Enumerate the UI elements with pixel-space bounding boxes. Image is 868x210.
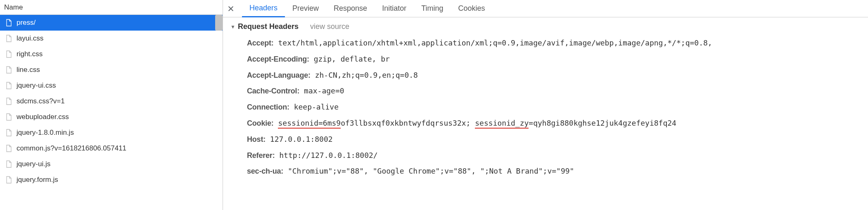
file-name: right.css [17,50,43,58]
header-key: Referer: [247,151,275,160]
header-row[interactable]: Cookie: sessionid=6ms9of3llbsxqf0xkbntwy… [247,115,868,131]
detail-body: ▼ Request Headers view source Accept: te… [223,17,868,210]
file-icon [5,112,12,122]
network-file-list-pane: Name press/layui.cssright.cssline.cssjqu… [0,0,223,210]
file-icon [5,34,12,43]
header-value: 127.0.0.1:8002 [270,135,333,143]
list-item[interactable]: press/ [0,15,223,31]
scrollbar-thumb[interactable] [215,15,223,31]
list-item[interactable]: layui.css [0,31,223,46]
tab-response[interactable]: Response [326,0,375,17]
header-value: text/html,application/xhtml+xml,applicat… [278,38,712,47]
tab-preview[interactable]: Preview [285,0,326,17]
header-value: sessionid=6ms9of3llbsxqf0xkbntwyfdqrsus3… [278,119,676,129]
file-icon [5,160,12,169]
tab-headers[interactable]: Headers [242,0,285,17]
request-detail-pane: HeadersPreviewResponseInitiatorTimingCoo… [223,0,868,210]
header-row[interactable]: Accept: text/html,application/xhtml+xml,… [247,35,868,51]
close-icon[interactable] [227,5,235,12]
file-icon [5,144,12,153]
file-list-header[interactable]: Name [0,0,223,15]
file-name: jquery.form.js [17,176,58,184]
header-row[interactable]: Host: 127.0.0.1:8002 [247,131,868,148]
header-value: keep-alive [294,103,339,111]
header-key: Host: [247,135,266,143]
view-source-link[interactable]: view source [310,22,349,31]
header-key: Accept-Language: [247,71,311,79]
file-icon [5,175,12,184]
header-row[interactable]: Referer: http://127.0.0.1:8002/ [247,148,868,164]
file-icon [5,18,12,27]
file-name: sdcms.css?v=1 [17,97,65,105]
request-headers-block: Accept: text/html,application/xhtml+xml,… [230,35,868,179]
header-key: Accept: [247,39,274,47]
tab-cookies[interactable]: Cookies [451,0,493,17]
list-item[interactable]: jquery.form.js [0,172,223,188]
cookie-highlight: sessionid=6ms9 [278,119,341,129]
header-value: gzip, deflate, br [314,55,390,63]
header-row[interactable]: sec-ch-ua: "Chromium";v="88", "Google Ch… [247,163,868,179]
request-headers-disclosure[interactable]: ▼ Request Headers [230,22,299,31]
file-name: webuploader.css [17,113,69,121]
header-value: max-age=0 [304,86,344,95]
header-row[interactable]: Cache-Control: max-age=0 [247,83,868,99]
header-row[interactable]: Connection: keep-alive [247,99,868,115]
file-name: jquery-ui.css [17,81,56,90]
detail-tabs: HeadersPreviewResponseInitiatorTimingCoo… [223,0,868,17]
name-column-header: Name [4,3,23,12]
file-name: jquery-1.8.0.min.js [17,129,74,137]
list-item[interactable]: line.css [0,62,223,78]
file-icon [5,128,12,137]
header-key: Accept-Encoding: [247,55,309,63]
tab-timing[interactable]: Timing [414,0,451,17]
header-value: "Chromium";v="88", "Google Chrome";v="88… [288,167,574,175]
file-name: common.js?v=1618216806.057411 [17,144,126,153]
file-name: layui.css [17,34,43,43]
file-name: press/ [17,19,36,27]
chevron-down-icon: ▼ [230,24,235,30]
list-item[interactable]: jquery-ui.css [0,78,223,93]
file-icon [5,50,12,59]
file-icon [5,81,12,90]
file-name: jquery-ui.js [17,160,50,168]
header-row[interactable]: Accept-Language: zh-CN,zh;q=0.9,en;q=0.8 [247,67,868,84]
file-list: press/layui.cssright.cssline.cssjquery-u… [0,15,223,210]
header-key: sec-ch-ua: [247,167,283,175]
header-key: Connection: [247,103,289,111]
list-item[interactable]: jquery-ui.js [0,156,223,172]
header-key: Cache-Control: [247,87,299,95]
tab-initiator[interactable]: Initiator [375,0,414,17]
file-name: line.css [17,66,40,74]
list-item[interactable]: jquery-1.8.0.min.js [0,125,223,141]
section-title: Request Headers [238,22,299,31]
list-item[interactable]: right.css [0,46,223,62]
list-item[interactable]: sdcms.css?v=1 [0,93,223,109]
file-icon [5,65,12,74]
file-icon [5,97,12,106]
list-item[interactable]: common.js?v=1618216806.057411 [0,141,223,156]
cookie-highlight: sessionid_zy [475,119,529,129]
header-value: zh-CN,zh;q=0.9,en;q=0.8 [315,71,418,79]
list-item[interactable]: webuploader.css [0,109,223,125]
header-value: http://127.0.0.1:8002/ [279,151,377,160]
header-key: Cookie: [247,119,274,127]
header-row[interactable]: Accept-Encoding: gzip, deflate, br [247,51,868,67]
